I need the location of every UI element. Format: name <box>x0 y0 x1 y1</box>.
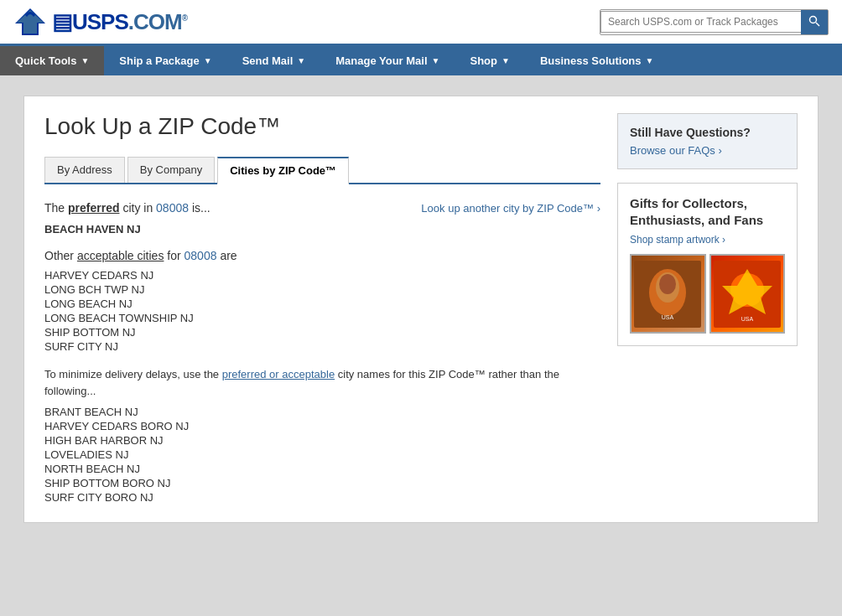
acceptable-zip-link[interactable]: 08008 <box>185 249 217 262</box>
faq-link[interactable]: Browse our FAQs › <box>630 144 722 157</box>
nav-quick-tools-arrow: ▼ <box>81 56 89 65</box>
left-content: Look Up a ZIP Code™ By Address By Compan… <box>44 113 600 505</box>
svg-line-3 <box>816 23 819 26</box>
promo-shop-link[interactable]: Shop stamp artwork › <box>630 234 725 246</box>
preferred-line: The preferred city in 08008 is... Look u… <box>44 201 600 215</box>
svg-text:USA: USA <box>741 316 754 322</box>
faq-box: Still Have Questions? Browse our FAQs › <box>617 113 798 169</box>
logo-area: ▤USPS.COM® <box>13 7 187 37</box>
nav-ship-arrow: ▼ <box>204 56 212 65</box>
main-nav: Quick Tools ▼ Ship a Package ▼ Send Mail… <box>0 46 842 75</box>
tab-by-address[interactable]: By Address <box>44 157 125 183</box>
usps-eagle-icon <box>13 7 47 37</box>
minimize-note: To minimize delivery delays, use the pre… <box>44 366 600 399</box>
nav-send-mail-arrow: ▼ <box>297 56 305 65</box>
preferred-word: preferred <box>68 201 119 215</box>
tab-by-company[interactable]: By Company <box>127 157 215 183</box>
nav-manage-mail-arrow: ▼ <box>432 56 440 65</box>
list-item: LONG BEACH NJ <box>44 298 600 310</box>
stamp-image-1: USA <box>630 254 706 334</box>
nav-business-label: Business Solutions <box>540 54 642 67</box>
list-item: LONG BEACH TOWNSHIP NJ <box>44 312 600 324</box>
stamp-2-art: USA <box>714 261 781 328</box>
list-item: LONG BCH TWP NJ <box>44 283 600 296</box>
stamp-1-art: USA <box>634 261 701 328</box>
nav-business[interactable]: Business Solutions ▼ <box>525 46 669 75</box>
promo-title: Gifts for Collectors, Enthusiasts, and F… <box>630 195 785 228</box>
page-title: Look Up a ZIP Code™ <box>44 113 600 140</box>
nav-quick-tools[interactable]: Quick Tools ▼ <box>0 46 104 75</box>
nav-quick-tools-label: Quick Tools <box>15 54 76 67</box>
preferred-line-text: The preferred city in 08008 is... <box>44 201 210 215</box>
search-area <box>600 9 829 35</box>
nav-ship-package-label: Ship a Package <box>119 54 199 67</box>
acceptable-cities-list: HARVEY CEDARS NJLONG BCH TWP NJLONG BEAC… <box>44 269 600 353</box>
main-content: Look Up a ZIP Code™ By Address By Compan… <box>23 96 819 523</box>
preferred-city-result: BEACH HAVEN NJ <box>44 223 600 236</box>
list-item: NORTH BEACH NJ <box>44 463 600 475</box>
list-item: SHIP BOTTOM NJ <box>44 326 600 339</box>
nav-send-mail-label: Send Mail <box>242 54 294 67</box>
acceptable-word: acceptable cities <box>77 249 164 262</box>
promo-box: Gifts for Collectors, Enthusiasts, and F… <box>617 183 798 346</box>
search-input[interactable] <box>600 11 802 33</box>
not-preferred-cities-list: BRANT BEACH NJHARVEY CEDARS BORO NJHIGH … <box>44 406 600 504</box>
nav-manage-mail[interactable]: Manage Your Mail ▼ <box>320 46 455 75</box>
search-icon <box>808 15 820 27</box>
list-item: HIGH BAR HARBOR NJ <box>44 434 600 447</box>
svg-point-7 <box>659 274 676 294</box>
logo-text[interactable]: ▤USPS.COM® <box>52 9 187 35</box>
header: ▤USPS.COM® <box>0 0 842 46</box>
nav-manage-mail-label: Manage Your Mail <box>335 54 427 67</box>
list-item: HARVEY CEDARS NJ <box>44 269 600 282</box>
acceptable-section-header: Other acceptable cities for 08008 are <box>44 249 600 262</box>
list-item: SHIP BOTTOM BORO NJ <box>44 477 600 489</box>
nav-shop[interactable]: Shop ▼ <box>455 46 524 75</box>
promo-image-area: USA USA <box>630 254 785 334</box>
svg-point-2 <box>810 16 817 23</box>
stamp-image-2: USA <box>709 254 786 334</box>
list-item: SURF CITY BORO NJ <box>44 491 600 504</box>
search-button[interactable] <box>801 10 828 34</box>
nav-send-mail[interactable]: Send Mail ▼ <box>227 46 321 75</box>
nav-shop-arrow: ▼ <box>502 56 510 65</box>
nav-ship-package[interactable]: Ship a Package ▼ <box>104 46 226 75</box>
tab-cities-by-zip[interactable]: Cities by ZIP Code™ <box>217 157 349 184</box>
nav-shop-label: Shop <box>470 54 497 67</box>
faq-title: Still Have Questions? <box>630 126 785 139</box>
list-item: LOVELADIES NJ <box>44 448 600 461</box>
list-item: SURF CITY NJ <box>44 340 600 353</box>
svg-text:USA: USA <box>662 314 674 320</box>
right-sidebar: Still Have Questions? Browse our FAQs › … <box>617 113 798 505</box>
list-item: HARVEY CEDARS BORO NJ <box>44 420 600 432</box>
tabs-container: By Address By Company Cities by ZIP Code… <box>44 157 600 184</box>
preferred-or-acceptable-link[interactable]: preferred or acceptable <box>222 368 335 380</box>
list-item: BRANT BEACH NJ <box>44 406 600 418</box>
lookup-another-link[interactable]: Look up another city by ZIP Code™ › <box>421 202 600 215</box>
nav-business-arrow: ▼ <box>646 56 654 65</box>
zip-code-link[interactable]: 08008 <box>156 201 189 215</box>
